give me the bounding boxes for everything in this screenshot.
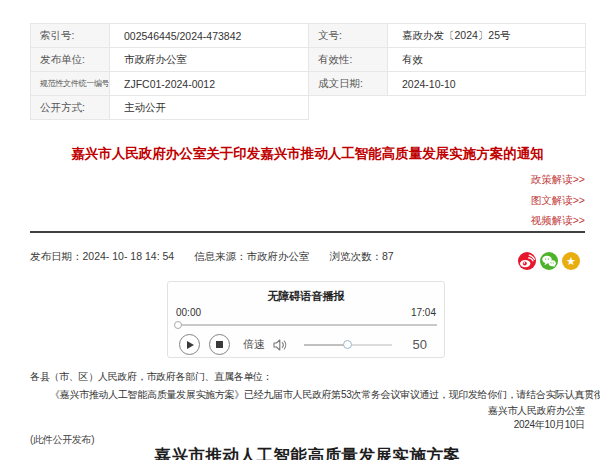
stop-button[interactable]	[209, 334, 230, 355]
speaker-icon[interactable]	[273, 338, 288, 352]
star-icon: ★	[566, 252, 576, 270]
written-date-value: 2024-10-10	[388, 72, 586, 96]
unified-number-value: ZJFC01-2024-0012	[110, 72, 309, 96]
sign-date-line: 2024年10月10日	[30, 418, 585, 432]
doc-number-label: 文号:	[309, 24, 388, 48]
play-button[interactable]	[179, 334, 200, 355]
issuer-value: 市政府办公室	[110, 48, 309, 72]
interpretation-links: 政策解读>> 图文解读>> 视频解读>>	[531, 169, 585, 231]
document-page: 索引号: 002546445/2024-473842 文号: 嘉政办发〔2024…	[0, 0, 600, 460]
empty-cell	[309, 96, 388, 120]
views-value: 87	[382, 250, 394, 262]
unified-number-label: 规范性文件统一编号:	[31, 72, 110, 96]
disclosure-method-value: 主动公开	[110, 96, 309, 120]
issuer-label: 发布单位:	[31, 48, 110, 72]
metadata-table: 索引号: 002546445/2024-473842 文号: 嘉政办发〔2024…	[30, 23, 586, 120]
share-buttons: ★	[518, 252, 580, 270]
source-value: 市政府办公室	[247, 250, 310, 262]
index-number-value: 002546445/2024-473842	[110, 24, 309, 48]
progress-bar[interactable]	[175, 324, 437, 326]
policy-interpretation-link[interactable]: 政策解读>>	[531, 169, 585, 190]
volume-slider[interactable]	[304, 344, 392, 346]
signer-line: 嘉兴市人民政府办公室	[30, 404, 585, 418]
volume-fill	[304, 344, 348, 346]
page-title: 嘉兴市人民政府办公室关于印发嘉兴市推动人工智能高质量发展实施方案的通知	[30, 144, 585, 164]
wechat-share-icon[interactable]	[540, 252, 558, 270]
info-bar: 发布日期：2024- 10- 18 14: 54 信息来源：市政府办公室 浏览次…	[30, 250, 411, 264]
attachment-title: 嘉兴市推动人工智能高质量发展实施方案	[30, 447, 585, 460]
section-divider	[30, 231, 585, 233]
salutation-line: 各县（市、区）人民政府，市政府各部门、直属各单位：	[30, 368, 585, 386]
speed-button[interactable]: 倍速	[243, 337, 265, 352]
document-body: 各县（市、区）人民政府，市政府各部门、直属各单位： 《嘉兴市推动人工智能高质量发…	[30, 368, 585, 460]
weibo-share-icon[interactable]	[518, 252, 536, 270]
source-label: 信息来源：	[194, 250, 247, 262]
empty-cell	[388, 96, 586, 120]
video-interpretation-link[interactable]: 视频解读>>	[531, 210, 585, 231]
stop-icon	[216, 341, 223, 348]
doc-number-value: 嘉政办发〔2024〕25号	[388, 24, 586, 48]
table-row: 公开方式: 主动公开	[31, 96, 586, 120]
publish-date-label: 发布日期：	[30, 250, 83, 262]
volume-handle[interactable]	[343, 340, 352, 349]
audio-player: 无障碍语音播报 00:00 17:04 倍速 50	[167, 281, 445, 358]
disclosure-method-label: 公开方式:	[31, 96, 110, 120]
progress-handle[interactable]	[174, 321, 182, 329]
index-number-label: 索引号:	[31, 24, 110, 48]
graphic-interpretation-link[interactable]: 图文解读>>	[531, 190, 585, 211]
validity-label: 有效性:	[309, 48, 388, 72]
player-title: 无障碍语音播报	[168, 289, 444, 304]
validity-value: 有效	[388, 48, 586, 72]
views-label: 浏览次数：	[330, 250, 383, 262]
current-time: 00:00	[176, 307, 201, 318]
total-time: 17:04	[411, 307, 436, 318]
written-date-label: 成文日期:	[309, 72, 388, 96]
table-row: 发布单位: 市政府办公室 有效性: 有效	[31, 48, 586, 72]
body-paragraph: 《嘉兴市推动人工智能高质量发展实施方案》已经九届市人民政府第53次常务会议审议通…	[30, 386, 585, 404]
table-row: 索引号: 002546445/2024-473842 文号: 嘉政办发〔2024…	[31, 24, 586, 48]
public-release-note: (此件公开发布)	[30, 434, 585, 446]
table-row: 规范性文件统一编号: ZJFC01-2024-0012 成文日期: 2024-1…	[31, 72, 586, 96]
publish-date-value: 2024- 10- 18 14: 54	[83, 250, 175, 262]
play-icon	[187, 341, 194, 349]
volume-value: 50	[413, 337, 427, 352]
qzone-share-icon[interactable]: ★	[562, 252, 580, 270]
